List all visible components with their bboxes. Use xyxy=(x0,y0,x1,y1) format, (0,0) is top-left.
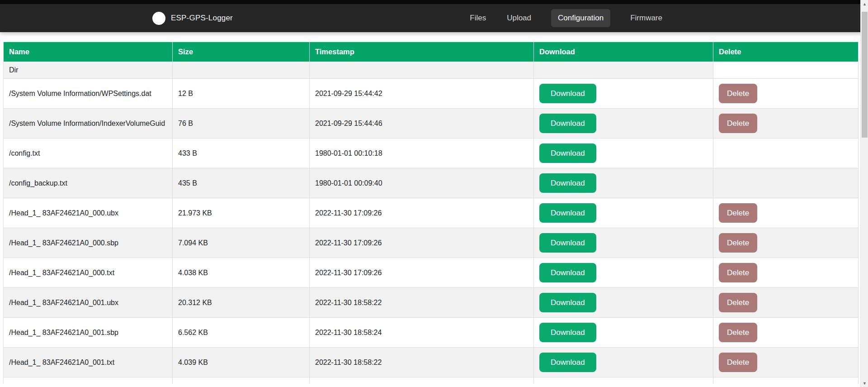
download-cell xyxy=(534,62,713,79)
delete-cell: Delete xyxy=(713,79,859,109)
scrollbar-down-arrow-icon[interactable]: ▼ xyxy=(861,379,868,387)
brand-title: ESP-GPS-Logger xyxy=(171,14,233,23)
table-row: /Head_1_ 83AF24621A0_001.txt4.039 KB2022… xyxy=(4,348,859,377)
filler-cell xyxy=(173,377,310,384)
download-cell: Download xyxy=(534,258,713,288)
filler-cell xyxy=(4,377,173,384)
delete-button[interactable]: Delete xyxy=(719,84,757,103)
delete-button[interactable]: Delete xyxy=(719,233,757,253)
download-cell: Download xyxy=(534,318,713,348)
file-timestamp-cell: 2022-11-30 17:09:26 xyxy=(310,198,534,228)
file-timestamp-cell: 2022-11-30 18:58:24 xyxy=(310,318,534,348)
file-timestamp-cell: 2022-11-30 18:58:22 xyxy=(310,288,534,318)
scrollbar-up-arrow-icon[interactable]: ▲ xyxy=(861,0,868,8)
download-cell: Download xyxy=(534,198,713,228)
navbar: ESP-GPS-Logger FilesUploadConfigurationF… xyxy=(0,4,868,32)
download-button[interactable]: Download xyxy=(539,353,596,372)
file-size-cell: 433 B xyxy=(173,139,310,168)
file-table-body: Dir/System Volume Information/WPSettings… xyxy=(4,62,859,384)
file-size-cell: 4.038 KB xyxy=(173,258,310,288)
delete-cell xyxy=(713,168,859,198)
download-button[interactable]: Download xyxy=(539,114,596,133)
delete-cell: Delete xyxy=(713,228,859,258)
table-row: /Head_1_ 83AF24621A0_000.sbp7.094 KB2022… xyxy=(4,228,859,258)
file-table-container: Name Size Timestamp Download Delete Dir/… xyxy=(3,42,858,384)
file-size-cell: 21.973 KB xyxy=(173,198,310,228)
file-timestamp-cell: 2022-11-30 17:09:26 xyxy=(310,228,534,258)
nav-items: FilesUploadConfigurationFirmware xyxy=(469,4,663,32)
download-cell: Download xyxy=(534,228,713,258)
scrollbar-thumb[interactable] xyxy=(862,12,868,138)
file-size-cell: 4.039 KB xyxy=(173,348,310,377)
delete-button[interactable]: Delete xyxy=(719,203,757,223)
file-size-cell: 7.094 KB xyxy=(173,228,310,258)
file-timestamp-cell: 1980-01-01 00:10:18 xyxy=(310,139,534,168)
download-button[interactable]: Download xyxy=(539,173,596,193)
file-size-cell xyxy=(173,62,310,79)
column-header-size: Size xyxy=(173,42,310,62)
table-row: /System Volume Information/IndexerVolume… xyxy=(4,109,859,139)
table-row: /Head_1_ 83AF24621A0_000.ubx21.973 KB202… xyxy=(4,198,859,228)
vertical-scrollbar[interactable]: ▲ ▼ xyxy=(860,0,868,387)
file-timestamp-cell: 2021-09-29 15:44:46 xyxy=(310,109,534,139)
nav-item-firmware[interactable]: Firmware xyxy=(629,9,663,27)
file-timestamp-cell: 2022-11-30 17:09:26 xyxy=(310,258,534,288)
delete-cell xyxy=(713,139,859,168)
navbar-brand[interactable]: ESP-GPS-Logger xyxy=(152,4,233,32)
download-button[interactable]: Download xyxy=(539,293,596,312)
download-button[interactable]: Download xyxy=(539,84,596,103)
nav-item-files[interactable]: Files xyxy=(469,9,487,27)
nav-item-upload[interactable]: Upload xyxy=(506,9,532,27)
table-header-row: Name Size Timestamp Download Delete xyxy=(4,42,859,62)
download-button[interactable]: Download xyxy=(539,203,596,223)
file-name-cell: /System Volume Information/WPSettings.da… xyxy=(4,79,173,109)
delete-cell: Delete xyxy=(713,348,859,377)
filler-cell xyxy=(713,377,859,384)
download-button[interactable]: Download xyxy=(539,263,596,282)
file-name-cell: /Head_1_ 83AF24621A0_000.sbp xyxy=(4,228,173,258)
delete-cell: Delete xyxy=(713,288,859,318)
table-row: /config.txt433 B1980-01-01 00:10:18Downl… xyxy=(4,139,859,168)
download-button[interactable]: Download xyxy=(539,323,596,342)
download-cell: Download xyxy=(534,109,713,139)
download-cell: Download xyxy=(534,288,713,318)
file-size-cell: 76 B xyxy=(173,109,310,139)
file-timestamp-cell xyxy=(310,62,534,79)
download-button[interactable]: Download xyxy=(539,233,596,253)
nav-item-configuration[interactable]: Configuration xyxy=(551,9,610,27)
delete-button[interactable]: Delete xyxy=(719,114,757,133)
filler-cell xyxy=(310,377,534,384)
file-timestamp-cell: 2022-11-30 18:58:22 xyxy=(310,348,534,377)
download-cell: Download xyxy=(534,139,713,168)
delete-cell: Delete xyxy=(713,109,859,139)
delete-button[interactable]: Delete xyxy=(719,323,757,342)
file-timestamp-cell: 1980-01-01 00:09:40 xyxy=(310,168,534,198)
file-name-cell: /Head_1_ 83AF24621A0_001.sbp xyxy=(4,318,173,348)
column-header-name: Name xyxy=(4,42,173,62)
download-button[interactable]: Download xyxy=(539,143,596,163)
delete-button[interactable]: Delete xyxy=(719,353,757,372)
delete-cell: Delete xyxy=(713,318,859,348)
column-header-timestamp: Timestamp xyxy=(310,42,534,62)
file-name-cell: /Head_1_ 83AF24621A0_001.ubx xyxy=(4,288,173,318)
file-name-cell: /config_backup.txt xyxy=(4,168,173,198)
column-header-delete: Delete xyxy=(713,42,859,62)
delete-button[interactable]: Delete xyxy=(719,263,757,282)
file-size-cell: 20.312 KB xyxy=(173,288,310,318)
file-name-cell: Dir xyxy=(4,62,173,79)
delete-button[interactable]: Delete xyxy=(719,293,757,312)
table-row: /config_backup.txt435 B1980-01-01 00:09:… xyxy=(4,168,859,198)
table-row: /Head_1_ 83AF24621A0_001.sbp6.562 KB2022… xyxy=(4,318,859,348)
file-name-cell: /Head_1_ 83AF24621A0_000.txt xyxy=(4,258,173,288)
filler-cell xyxy=(534,377,713,384)
file-timestamp-cell: 2021-09-29 15:44:42 xyxy=(310,79,534,109)
table-row: /System Volume Information/WPSettings.da… xyxy=(4,79,859,109)
delete-cell xyxy=(713,62,859,79)
delete-cell: Delete xyxy=(713,198,859,228)
file-name-cell: /Head_1_ 83AF24621A0_001.txt xyxy=(4,348,173,377)
top-strip xyxy=(0,0,868,4)
download-cell: Download xyxy=(534,79,713,109)
file-name-cell: /System Volume Information/IndexerVolume… xyxy=(4,109,173,139)
file-size-cell: 12 B xyxy=(173,79,310,109)
table-row: Dir xyxy=(4,62,859,79)
